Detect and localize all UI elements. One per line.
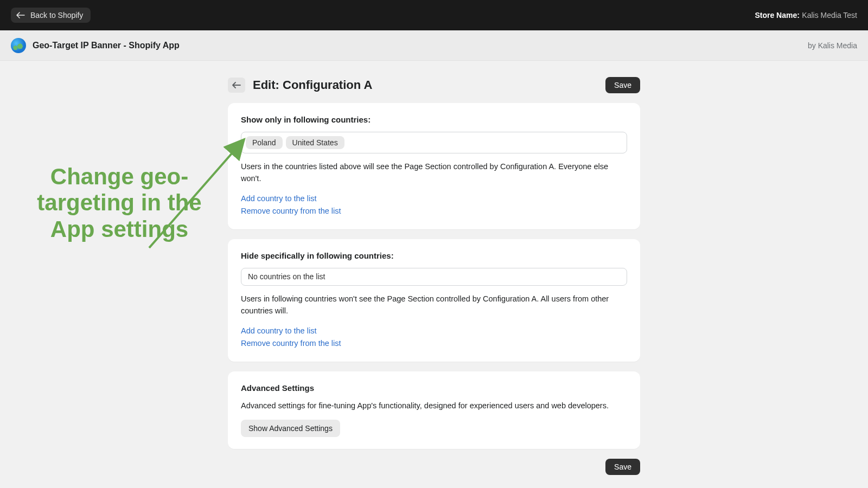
- store-info: Store Name: Kalis Media Test: [755, 10, 857, 20]
- hide-countries-heading: Hide specifically in following countries…: [241, 251, 627, 260]
- page-header: Edit: Configuration A Save: [228, 77, 640, 93]
- remove-country-link[interactable]: Remove country from the list: [241, 337, 627, 350]
- advanced-settings-heading: Advanced Settings: [241, 383, 627, 393]
- store-name-label: Store Name:: [755, 11, 799, 20]
- hide-countries-empty-text: No countries on the list: [248, 272, 325, 281]
- save-button[interactable]: Save: [605, 77, 640, 93]
- hide-countries-card: Hide specifically in following countries…: [228, 239, 640, 362]
- bottom-actions: Save: [228, 459, 640, 475]
- add-country-link[interactable]: Add country to the list: [241, 325, 627, 337]
- main-content: Edit: Configuration A Save Show only in …: [228, 77, 640, 475]
- show-countries-helper: Users in the countries listed above will…: [241, 161, 627, 185]
- store-name-value: Kalis Media Test: [802, 11, 857, 20]
- show-countries-card: Show only in following countries: Poland…: [228, 103, 640, 229]
- remove-country-link[interactable]: Remove country from the list: [241, 205, 627, 217]
- show-advanced-settings-button[interactable]: Show Advanced Settings: [241, 420, 340, 437]
- top-bar: Back to Shopify Store Name: Kalis Media …: [0, 0, 868, 30]
- advanced-settings-helper: Advanced settings for fine-tuning App's …: [241, 400, 627, 412]
- globe-icon: [11, 38, 26, 53]
- add-country-link[interactable]: Add country to the list: [241, 192, 627, 205]
- save-button-bottom[interactable]: Save: [605, 459, 640, 475]
- hide-countries-helper: Users in following countries won't see t…: [241, 293, 627, 317]
- show-countries-heading: Show only in following countries:: [241, 115, 627, 124]
- app-title: Geo-Target IP Banner - Shopify App: [33, 41, 180, 50]
- advanced-settings-card: Advanced Settings Advanced settings for …: [228, 371, 640, 449]
- arrow-left-icon: [232, 82, 241, 88]
- back-to-shopify-button[interactable]: Back to Shopify: [11, 8, 91, 23]
- page-title: Edit: Configuration A: [253, 78, 372, 92]
- back-label: Back to Shopify: [30, 11, 83, 20]
- back-button[interactable]: [228, 78, 245, 93]
- show-countries-field[interactable]: Poland United States: [241, 132, 627, 153]
- app-bar: Geo-Target IP Banner - Shopify App by Ka…: [0, 30, 868, 61]
- app-byline: by Kalis Media: [808, 41, 857, 50]
- country-tag[interactable]: United States: [286, 136, 344, 149]
- annotation-arrow-icon: [141, 126, 255, 251]
- hide-countries-field[interactable]: No countries on the list: [241, 268, 627, 286]
- arrow-left-icon: [16, 12, 25, 18]
